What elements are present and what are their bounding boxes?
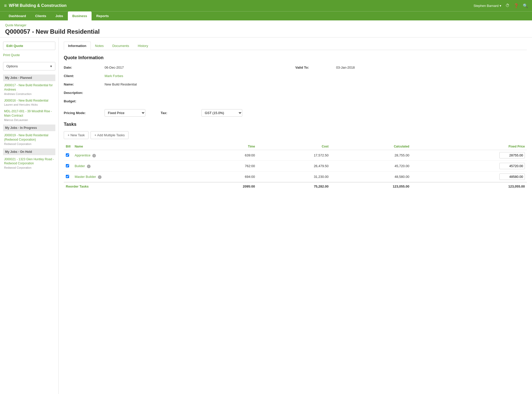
pricing-mode-label: Pricing Mode:	[64, 110, 99, 116]
app-logo: ≡ WFM Building & Construction	[4, 3, 474, 8]
search-icon[interactable]: 🔍	[523, 3, 528, 8]
page-header: Quote Manager Q000057 - New Build Reside…	[0, 20, 532, 38]
nav-clients[interactable]: Clients	[31, 11, 51, 20]
tab-information[interactable]: Information	[64, 42, 91, 50]
quote-info-title: Quote Information	[64, 55, 527, 60]
pricing-mode-select[interactable]: Fixed Price Time & Materials Cost Plus	[105, 109, 145, 117]
page-title: Q000057 - New Build Residential	[5, 28, 527, 35]
list-item: J000016 - New Build Residential Lauren a…	[3, 98, 55, 106]
tasks-table: Bill Name Time Cost Calculated Fixed Pri…	[64, 143, 527, 190]
col-name: Name	[73, 143, 194, 150]
total-cost: 75,282.00	[257, 182, 331, 190]
chevron-down-icon: ▾	[50, 64, 52, 68]
client-value[interactable]: Mark Forbes	[105, 73, 295, 79]
breadcrumb[interactable]: Quote Manager	[5, 23, 527, 27]
tab-history[interactable]: History	[133, 42, 152, 50]
task-calculated-3: 48,580.00	[331, 171, 411, 182]
job-link-j000019[interactable]: J000019 - New Build Residential (Redwood…	[4, 133, 54, 142]
pricing-row: Pricing Mode: Fixed Price Time & Materia…	[64, 109, 527, 117]
col-time: Time	[194, 143, 257, 150]
list-item: J000017 - New Build Residential for Andr…	[3, 83, 55, 95]
chevron-down-icon: ▾	[500, 4, 501, 8]
info-icon[interactable]: i	[87, 165, 91, 168]
quote-info-grid: Date: 06-Dec-2017 Valid To: 03-Jan-2018 …	[64, 65, 527, 104]
task-buttons: + New Task + Add Multiple Tasks	[64, 131, 527, 139]
edit-quote-button[interactable]: Edit Quote	[3, 42, 55, 50]
job-link-j000017[interactable]: J000017 - New Build Residential for Andr…	[4, 83, 54, 92]
help-icon[interactable]: ❓	[514, 3, 519, 8]
new-task-button[interactable]: + New Task	[64, 131, 88, 139]
reorder-tasks-link[interactable]: Reorder Tasks	[66, 184, 88, 188]
job-client: Marcus DeLaurean	[4, 118, 54, 121]
fixed-price-input-2[interactable]	[499, 163, 525, 169]
fixed-price-input-1[interactable]	[499, 152, 525, 158]
task-cost-1: 17,572.50	[257, 150, 331, 161]
budget-value	[105, 98, 295, 104]
info-icon[interactable]: i	[92, 154, 96, 157]
task-time-1: 639:00	[194, 150, 257, 161]
job-client: Lauren and Hercules Hicks	[4, 103, 54, 106]
job-link-mdl2017[interactable]: MDL-2017-001 - 39 Woodhill Rise - Main C…	[4, 109, 54, 118]
task-calculated-1: 28,755.00	[331, 150, 411, 161]
main-layout: Edit Quote Print Quote Options ▾ My Jobs…	[0, 38, 532, 394]
name-value: New Build Residential	[105, 81, 295, 87]
total-calculated: 123,055.00	[331, 182, 411, 190]
task-time-2: 762:00	[194, 161, 257, 171]
description-value	[105, 90, 295, 96]
add-multiple-tasks-button[interactable]: + Add Multiple Tasks	[91, 131, 129, 139]
total-fixed-price: 123,055.00	[411, 182, 527, 190]
list-item: MDL-2017-001 - 39 Woodhill Rise - Main C…	[3, 109, 55, 121]
col-calculated: Calculated	[331, 143, 411, 150]
job-link-j000016[interactable]: J000016 - New Build Residential	[4, 98, 54, 103]
top-bar-right: Stephen Barnard ▾ ⏱ ❓ 🔍	[474, 3, 528, 8]
info-icon[interactable]: i	[98, 175, 102, 179]
top-bar: ≡ WFM Building & Construction Stephen Ba…	[0, 0, 532, 11]
bill-checkbox-3[interactable]	[66, 175, 69, 178]
fixed-price-input-3[interactable]	[499, 174, 525, 180]
task-name-1[interactable]: Apprentice i	[73, 150, 194, 161]
col-cost: Cost	[257, 143, 331, 150]
job-client: Redwood Corporation	[4, 166, 54, 169]
clock-icon[interactable]: ⏱	[505, 3, 510, 8]
nav-dashboard[interactable]: Dashboard	[4, 11, 31, 20]
list-item: J000019 - New Build Residential (Redwood…	[3, 133, 55, 145]
sidebar: Edit Quote Print Quote Options ▾ My Jobs…	[0, 38, 59, 394]
tab-documents[interactable]: Documents	[108, 42, 133, 50]
grid-icon: ≡	[4, 3, 7, 8]
nav-business[interactable]: Business	[68, 11, 92, 20]
budget-label: Budget:	[64, 98, 105, 104]
valid-to-label: Valid To:	[295, 65, 336, 70]
table-row: Apprentice i 639:00 17,572.50 28,755.00	[64, 150, 527, 161]
tax-select[interactable]: GST (15.0%) No Tax	[201, 109, 242, 117]
col-fixed-price: Fixed Price	[411, 143, 527, 150]
nav-jobs[interactable]: Jobs	[51, 11, 68, 20]
tab-bar: Information Notes Documents History	[64, 42, 527, 50]
sidebar-section-inprogress: My Jobs - In Progress	[3, 125, 55, 131]
task-cost-2: 26,479.50	[257, 161, 331, 171]
task-name-3[interactable]: Master Builder i	[73, 171, 194, 182]
tax-label: Tax:	[161, 110, 196, 116]
task-name-2[interactable]: Builder i	[73, 161, 194, 171]
job-link-j000021[interactable]: J000021 - 1323 Glen Huntley Road - Redwo…	[4, 157, 54, 166]
bill-checkbox-2[interactable]	[66, 164, 69, 167]
nav-reports[interactable]: Reports	[92, 11, 113, 20]
col-bill: Bill	[64, 143, 73, 150]
job-client: Andrews Construction	[4, 92, 54, 95]
total-time: 2095:00	[194, 182, 257, 190]
job-client: Redwood Corporation	[4, 142, 54, 145]
table-row: Master Builder i 694:00 31,230.00 48,580…	[64, 171, 527, 182]
user-name[interactable]: Stephen Barnard ▾	[474, 4, 501, 8]
print-quote-link[interactable]: Print Quote	[3, 52, 55, 58]
tasks-title: Tasks	[64, 122, 527, 127]
client-label: Client:	[64, 73, 105, 79]
tab-notes[interactable]: Notes	[91, 42, 108, 50]
bill-checkbox-1[interactable]	[66, 153, 69, 157]
task-calculated-2: 45,720.00	[331, 161, 411, 171]
app-title: WFM Building & Construction	[9, 3, 67, 8]
name-label: Name:	[64, 81, 105, 87]
options-button[interactable]: Options ▾	[3, 62, 55, 70]
tasks-section: Tasks + New Task + Add Multiple Tasks Bi…	[64, 122, 527, 190]
sidebar-section-planned: My Jobs - Planned	[3, 75, 55, 81]
task-time-3: 694:00	[194, 171, 257, 182]
valid-to-value: 03-Jan-2018	[336, 65, 527, 70]
